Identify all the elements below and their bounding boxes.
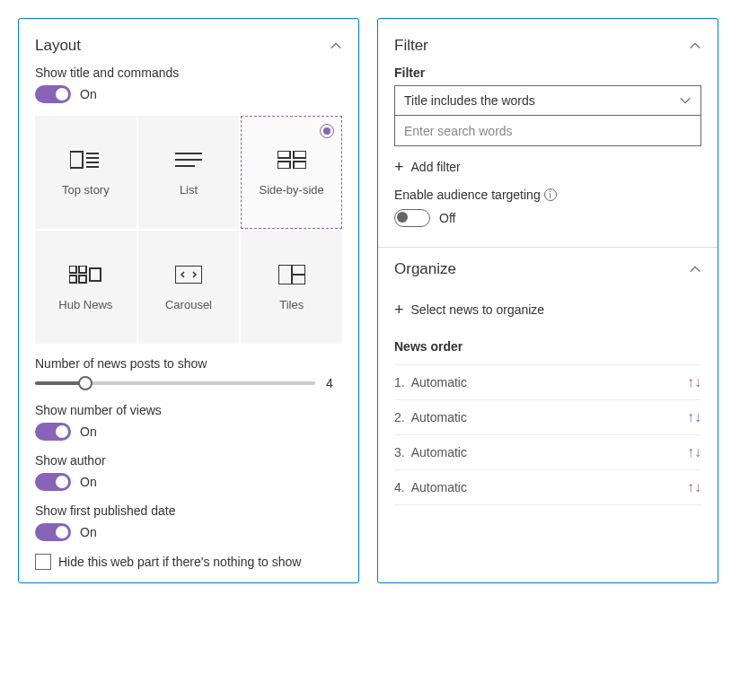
side-by-side-icon — [276, 149, 308, 171]
sort-icon[interactable]: ↑↓ — [687, 479, 701, 495]
svg-rect-0 — [70, 152, 83, 168]
svg-rect-16 — [90, 268, 101, 281]
show-date-label: Show first published date — [35, 503, 342, 518]
add-filter-button[interactable]: + Add filter — [394, 159, 701, 175]
news-order-label: News order — [394, 339, 701, 354]
tile-carousel[interactable]: Carousel — [138, 231, 240, 344]
chevron-up-icon — [330, 39, 342, 52]
filter-header[interactable]: Filter — [394, 31, 701, 66]
targeting-state: Off — [439, 211, 455, 225]
chevron-up-icon — [689, 263, 701, 276]
show-author-state: On — [80, 475, 97, 489]
plus-icon: + — [394, 159, 404, 175]
show-title-state: On — [80, 87, 97, 101]
tile-tiles[interactable]: Tiles — [241, 231, 342, 344]
svg-rect-9 — [294, 151, 306, 158]
filter-title: Filter — [394, 37, 428, 55]
show-author-label: Show author — [35, 453, 342, 468]
order-item: 1. Automatic ↑↓ — [394, 364, 701, 400]
carousel-icon — [172, 264, 205, 285]
svg-rect-15 — [79, 276, 86, 283]
plus-icon: + — [394, 302, 404, 318]
svg-rect-12 — [69, 266, 76, 273]
tile-top-story[interactable]: Top story — [35, 116, 137, 229]
svg-rect-14 — [69, 276, 76, 283]
svg-rect-13 — [79, 266, 86, 273]
show-title-toggle[interactable] — [35, 85, 71, 103]
hide-empty-checkbox[interactable] — [35, 554, 51, 570]
tile-side-by-side[interactable]: Side-by-side — [241, 116, 342, 229]
layout-panel: Layout Show title and commands On Top st… — [18, 18, 359, 583]
filter-field-label: Filter — [394, 66, 701, 80]
posts-slider[interactable] — [35, 381, 315, 385]
svg-rect-8 — [278, 151, 290, 158]
divider — [378, 247, 718, 248]
order-item: 4. Automatic ↑↓ — [394, 470, 701, 505]
hub-news-icon — [69, 264, 101, 285]
organize-title: Organize — [394, 260, 456, 278]
show-title-label: Show title and commands — [35, 66, 342, 80]
svg-rect-10 — [278, 162, 290, 169]
order-item: 3. Automatic ↑↓ — [394, 435, 701, 470]
show-views-toggle[interactable] — [35, 423, 71, 441]
order-item: 2. Automatic ↑↓ — [394, 400, 701, 435]
filter-input[interactable] — [394, 116, 701, 146]
show-date-toggle[interactable] — [35, 523, 71, 541]
radio-selected-icon — [320, 124, 334, 138]
sort-icon[interactable]: ↑↓ — [687, 444, 701, 460]
show-views-label: Show number of views — [35, 403, 342, 417]
svg-rect-11 — [294, 162, 306, 169]
right-panel: Filter Filter Title includes the words +… — [377, 18, 718, 583]
layout-header[interactable]: Layout — [35, 31, 342, 66]
posts-slider-value: 4 — [326, 376, 342, 390]
sort-icon[interactable]: ↑↓ — [687, 409, 701, 425]
add-filter-label: Add filter — [411, 160, 461, 174]
svg-rect-17 — [175, 266, 202, 284]
show-date-state: On — [80, 525, 97, 539]
hide-empty-label: Hide this web part if there's nothing to… — [58, 554, 301, 570]
filter-select[interactable]: Title includes the words — [394, 85, 701, 116]
organize-header[interactable]: Organize — [394, 255, 701, 289]
posts-slider-label: Number of news posts to show — [35, 356, 342, 371]
sort-icon[interactable]: ↑↓ — [687, 374, 701, 390]
top-story-icon — [69, 149, 101, 171]
list-icon — [172, 149, 205, 171]
tile-hub-news[interactable]: Hub News — [35, 231, 137, 344]
layout-title: Layout — [35, 37, 81, 55]
chevron-down-icon — [679, 94, 692, 107]
targeting-label: Enable audience targeting i — [394, 188, 701, 202]
select-news-label: Select news to organize — [411, 302, 545, 317]
layout-grid: Top story List Side-by-side Hub News — [35, 116, 342, 344]
chevron-up-icon — [689, 39, 701, 52]
tiles-icon — [276, 264, 308, 285]
order-list: 1. Automatic ↑↓ 2. Automatic ↑↓ 3. Autom… — [394, 364, 701, 505]
show-author-toggle[interactable] — [35, 473, 71, 491]
select-news-button[interactable]: + Select news to organize — [394, 302, 701, 318]
show-views-state: On — [80, 424, 97, 439]
info-icon[interactable]: i — [544, 188, 557, 201]
targeting-toggle[interactable] — [394, 209, 430, 227]
tile-list[interactable]: List — [138, 116, 240, 229]
filter-select-value: Title includes the words — [404, 93, 535, 108]
